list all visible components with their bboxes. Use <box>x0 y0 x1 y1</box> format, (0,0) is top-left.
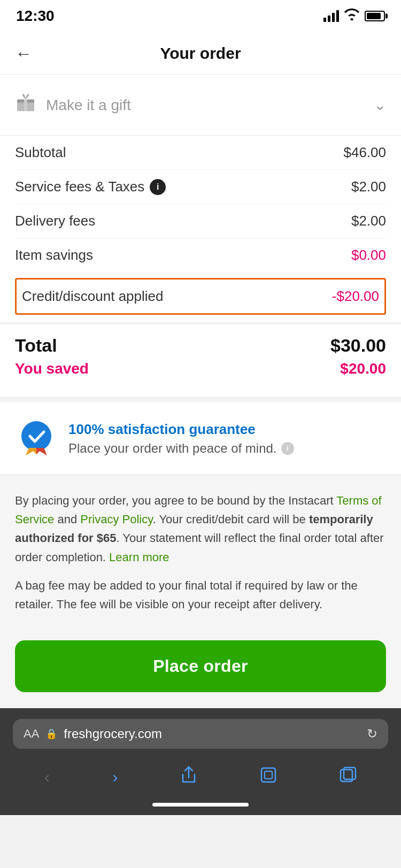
forward-nav-button[interactable]: › <box>104 764 126 790</box>
guarantee-section: 100% satisfaction guarantee Place your o… <box>0 397 401 475</box>
total-row: Total $30.00 <box>15 335 386 356</box>
guarantee-text: 100% satisfaction guarantee Place your o… <box>68 421 294 456</box>
gift-section[interactable]: Make it a gift ⌄ <box>0 75 401 136</box>
savings-value: $20.00 <box>340 360 386 377</box>
browser-nav: ‹ › <box>13 759 388 794</box>
delivery-fees-row: Delivery fees $2.00 <box>15 204 386 238</box>
privacy-policy-link[interactable]: Privacy Policy <box>80 513 152 526</box>
text-size-button[interactable]: AA <box>24 727 39 741</box>
service-fees-value: $2.00 <box>351 179 386 195</box>
item-savings-value: $0.00 <box>351 247 386 264</box>
credit-discount-row: Credit/discount applied -$20.00 <box>15 278 386 315</box>
wifi-icon <box>344 9 359 24</box>
svg-rect-2 <box>24 99 27 111</box>
guarantee-info-icon[interactable]: i <box>281 442 294 455</box>
url-bar[interactable]: AA 🔒 freshgrocery.com ↻ <box>13 719 388 749</box>
back-button[interactable]: ← <box>15 43 32 63</box>
service-fees-label: Service fees & Taxes i <box>15 179 166 195</box>
gift-left: Make it a gift <box>15 92 131 118</box>
item-savings-row: Item savings $0.00 <box>15 238 386 273</box>
guarantee-subtitle: Place your order with peace of mind. i <box>68 441 294 456</box>
delivery-fees-label: Delivery fees <box>15 213 95 229</box>
place-order-section: Place order <box>0 630 401 708</box>
signal-icon <box>323 10 339 22</box>
credit-discount-wrapper: Credit/discount applied -$20.00 <box>15 273 386 322</box>
svg-rect-6 <box>265 771 272 779</box>
browser-bar: AA 🔒 freshgrocery.com ↻ ‹ › <box>0 708 401 803</box>
guarantee-title: 100% satisfaction guarantee <box>68 421 294 438</box>
subtotal-label: Subtotal <box>15 144 66 161</box>
service-fees-row: Service fees & Taxes i $2.00 <box>15 170 386 204</box>
share-button[interactable] <box>172 762 205 792</box>
delivery-fees-value: $2.00 <box>351 213 386 229</box>
url-text: freshgrocery.com <box>64 726 162 741</box>
credit-discount-value: -$20.00 <box>332 288 379 305</box>
info-icon[interactable]: i <box>150 179 166 195</box>
gift-label: Make it a gift <box>46 97 131 114</box>
bookmarks-button[interactable] <box>251 762 286 792</box>
home-indicator <box>0 803 401 815</box>
legal-text-2: A bag fee may be added to your final tot… <box>15 576 386 614</box>
total-value: $30.00 <box>330 335 386 356</box>
tabs-button[interactable] <box>331 762 365 792</box>
gift-icon <box>15 92 36 118</box>
credit-discount-label: Credit/discount applied <box>22 288 164 305</box>
header: ← Your order <box>0 32 401 75</box>
legal-text-1: By placing your order, you agree to be b… <box>15 491 386 567</box>
learn-more-link[interactable]: Learn more <box>109 551 169 564</box>
svg-rect-5 <box>261 768 275 782</box>
url-left: AA 🔒 freshgrocery.com <box>24 726 162 741</box>
page-title: Your order <box>160 44 241 63</box>
legal-section: By placing your order, you agree to be b… <box>0 475 401 630</box>
auth-amount: temporarily authorized for $65 <box>15 513 373 545</box>
savings-label: You saved <box>15 360 89 377</box>
total-section: Total $30.00 You saved $20.00 <box>0 323 401 397</box>
satisfaction-badge-icon <box>15 417 58 460</box>
status-icons <box>323 9 385 24</box>
item-savings-label: Item savings <box>15 247 93 264</box>
refresh-icon[interactable]: ↻ <box>367 726 377 741</box>
savings-row: You saved $20.00 <box>15 360 386 377</box>
battery-icon <box>365 11 385 21</box>
chevron-down-icon: ⌄ <box>374 96 386 114</box>
subtotal-value: $46.00 <box>343 144 386 161</box>
lock-icon: 🔒 <box>45 728 57 740</box>
subtotal-row: Subtotal $46.00 <box>15 136 386 170</box>
back-nav-button[interactable]: ‹ <box>36 764 58 790</box>
status-bar: 12:30 <box>0 0 401 32</box>
home-bar <box>152 803 249 807</box>
status-time: 12:30 <box>16 7 55 25</box>
place-order-button[interactable]: Place order <box>15 640 386 692</box>
order-summary: Subtotal $46.00 Service fees & Taxes i $… <box>0 136 401 322</box>
total-label: Total <box>15 335 57 356</box>
